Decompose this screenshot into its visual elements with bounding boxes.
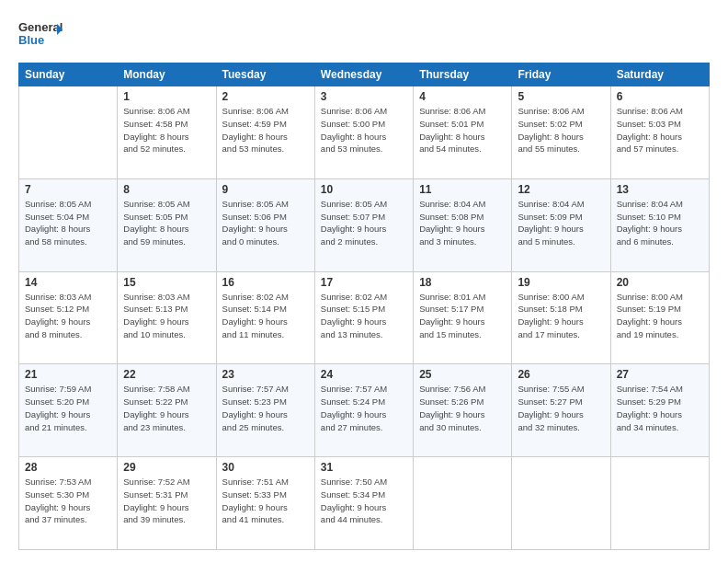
day-number: 5 <box>518 90 604 103</box>
day-info: Sunrise: 8:04 AMSunset: 5:10 PMDaylight:… <box>617 198 703 248</box>
calendar-cell: 14Sunrise: 8:03 AMSunset: 5:12 PMDayligh… <box>19 271 118 364</box>
calendar-cell: 25Sunrise: 7:56 AMSunset: 5:26 PMDayligh… <box>414 364 512 457</box>
calendar-cell: 9Sunrise: 8:05 AMSunset: 5:06 PMDaylight… <box>216 178 314 271</box>
day-number: 17 <box>321 276 407 289</box>
day-info: Sunrise: 7:53 AMSunset: 5:30 PMDaylight:… <box>25 476 111 526</box>
dow-cell: Saturday <box>610 63 709 86</box>
day-number: 22 <box>123 368 210 381</box>
calendar-cell: 11Sunrise: 8:04 AMSunset: 5:08 PMDayligh… <box>414 178 512 271</box>
calendar-cell <box>512 457 610 550</box>
calendar-cell: 4Sunrise: 8:06 AMSunset: 5:01 PMDaylight… <box>414 86 512 179</box>
day-info: Sunrise: 7:54 AMSunset: 5:29 PMDaylight:… <box>617 383 703 433</box>
day-number: 1 <box>123 90 210 103</box>
page: General Blue SundayMondayTuesdayWednesda… <box>0 0 728 563</box>
calendar-week: 1Sunrise: 8:06 AMSunset: 4:58 PMDaylight… <box>19 86 710 179</box>
day-info: Sunrise: 7:50 AMSunset: 5:34 PMDaylight:… <box>321 476 407 526</box>
calendar-cell: 6Sunrise: 8:06 AMSunset: 5:03 PMDaylight… <box>610 86 709 179</box>
calendar-cell: 27Sunrise: 7:54 AMSunset: 5:29 PMDayligh… <box>610 364 709 457</box>
day-number: 31 <box>321 461 407 474</box>
calendar-cell: 15Sunrise: 8:03 AMSunset: 5:13 PMDayligh… <box>118 271 216 364</box>
calendar-cell: 12Sunrise: 8:04 AMSunset: 5:09 PMDayligh… <box>512 178 610 271</box>
dow-cell: Friday <box>512 63 610 86</box>
calendar-cell: 7Sunrise: 8:05 AMSunset: 5:04 PMDaylight… <box>19 178 118 271</box>
day-of-week-header: SundayMondayTuesdayWednesdayThursdayFrid… <box>19 63 710 86</box>
calendar-cell: 5Sunrise: 8:06 AMSunset: 5:02 PMDaylight… <box>512 86 610 179</box>
calendar-cell <box>610 457 709 550</box>
day-number: 11 <box>419 183 506 196</box>
day-info: Sunrise: 7:55 AMSunset: 5:27 PMDaylight:… <box>518 383 604 433</box>
svg-text:Blue: Blue <box>18 33 44 47</box>
day-info: Sunrise: 8:06 AMSunset: 5:00 PMDaylight:… <box>321 105 407 155</box>
day-info: Sunrise: 8:03 AMSunset: 5:13 PMDaylight:… <box>123 291 210 341</box>
day-number: 14 <box>25 276 111 289</box>
day-info: Sunrise: 8:02 AMSunset: 5:15 PMDaylight:… <box>321 291 407 341</box>
day-number: 19 <box>518 276 604 289</box>
calendar-cell: 20Sunrise: 8:00 AMSunset: 5:19 PMDayligh… <box>610 271 709 364</box>
calendar-cell <box>414 457 512 550</box>
logo-icon: General Blue <box>18 17 63 50</box>
day-info: Sunrise: 8:00 AMSunset: 5:18 PMDaylight:… <box>518 291 604 341</box>
dow-cell: Tuesday <box>216 63 314 86</box>
day-info: Sunrise: 8:06 AMSunset: 4:59 PMDaylight:… <box>222 105 309 155</box>
calendar-cell: 29Sunrise: 7:52 AMSunset: 5:31 PMDayligh… <box>118 457 216 550</box>
day-info: Sunrise: 7:58 AMSunset: 5:22 PMDaylight:… <box>123 383 210 433</box>
day-info: Sunrise: 8:06 AMSunset: 5:03 PMDaylight:… <box>617 105 703 155</box>
day-number: 20 <box>617 276 703 289</box>
dow-cell: Monday <box>118 63 216 86</box>
day-info: Sunrise: 8:05 AMSunset: 5:07 PMDaylight:… <box>321 198 407 248</box>
calendar-cell: 1Sunrise: 8:06 AMSunset: 4:58 PMDaylight… <box>118 86 216 179</box>
calendar-cell: 30Sunrise: 7:51 AMSunset: 5:33 PMDayligh… <box>216 457 314 550</box>
day-number: 8 <box>123 183 210 196</box>
day-number: 24 <box>321 368 407 381</box>
dow-cell: Wednesday <box>314 63 413 86</box>
day-number: 26 <box>518 368 604 381</box>
calendar-cell: 24Sunrise: 7:57 AMSunset: 5:24 PMDayligh… <box>314 364 413 457</box>
svg-text:General: General <box>18 20 63 34</box>
day-info: Sunrise: 7:59 AMSunset: 5:20 PMDaylight:… <box>25 383 111 433</box>
calendar-cell: 3Sunrise: 8:06 AMSunset: 5:00 PMDaylight… <box>314 86 413 179</box>
calendar-cell: 16Sunrise: 8:02 AMSunset: 5:14 PMDayligh… <box>216 271 314 364</box>
day-number: 27 <box>617 368 703 381</box>
calendar-week: 21Sunrise: 7:59 AMSunset: 5:20 PMDayligh… <box>19 364 710 457</box>
day-number: 30 <box>222 461 309 474</box>
day-number: 4 <box>419 90 506 103</box>
day-info: Sunrise: 7:56 AMSunset: 5:26 PMDaylight:… <box>419 383 506 433</box>
day-info: Sunrise: 8:05 AMSunset: 5:04 PMDaylight:… <box>25 198 111 248</box>
calendar-cell: 26Sunrise: 7:55 AMSunset: 5:27 PMDayligh… <box>512 364 610 457</box>
calendar-week: 7Sunrise: 8:05 AMSunset: 5:04 PMDaylight… <box>19 178 710 271</box>
day-info: Sunrise: 8:06 AMSunset: 4:58 PMDaylight:… <box>123 105 210 155</box>
day-info: Sunrise: 7:57 AMSunset: 5:24 PMDaylight:… <box>321 383 407 433</box>
calendar-cell: 21Sunrise: 7:59 AMSunset: 5:20 PMDayligh… <box>19 364 118 457</box>
calendar-cell: 31Sunrise: 7:50 AMSunset: 5:34 PMDayligh… <box>314 457 413 550</box>
day-number: 12 <box>518 183 604 196</box>
day-number: 6 <box>617 90 703 103</box>
calendar-body: 1Sunrise: 8:06 AMSunset: 4:58 PMDaylight… <box>19 86 710 550</box>
day-number: 21 <box>25 368 111 381</box>
day-info: Sunrise: 8:04 AMSunset: 5:08 PMDaylight:… <box>419 198 506 248</box>
day-info: Sunrise: 8:00 AMSunset: 5:19 PMDaylight:… <box>617 291 703 341</box>
day-number: 2 <box>222 90 309 103</box>
calendar-cell: 18Sunrise: 8:01 AMSunset: 5:17 PMDayligh… <box>414 271 512 364</box>
day-info: Sunrise: 7:52 AMSunset: 5:31 PMDaylight:… <box>123 476 210 526</box>
calendar-cell: 8Sunrise: 8:05 AMSunset: 5:05 PMDaylight… <box>118 178 216 271</box>
day-number: 13 <box>617 183 703 196</box>
calendar-cell: 13Sunrise: 8:04 AMSunset: 5:10 PMDayligh… <box>610 178 709 271</box>
day-number: 9 <box>222 183 309 196</box>
calendar-cell: 22Sunrise: 7:58 AMSunset: 5:22 PMDayligh… <box>118 364 216 457</box>
calendar-cell: 10Sunrise: 8:05 AMSunset: 5:07 PMDayligh… <box>314 178 413 271</box>
day-number: 23 <box>222 368 309 381</box>
logo: General Blue <box>18 17 63 53</box>
day-number: 3 <box>321 90 407 103</box>
day-number: 15 <box>123 276 210 289</box>
day-info: Sunrise: 8:05 AMSunset: 5:05 PMDaylight:… <box>123 198 210 248</box>
day-info: Sunrise: 7:51 AMSunset: 5:33 PMDaylight:… <box>222 476 309 526</box>
day-number: 29 <box>123 461 210 474</box>
day-number: 25 <box>419 368 506 381</box>
day-info: Sunrise: 8:06 AMSunset: 5:01 PMDaylight:… <box>419 105 506 155</box>
day-info: Sunrise: 8:02 AMSunset: 5:14 PMDaylight:… <box>222 291 309 341</box>
calendar-table: SundayMondayTuesdayWednesdayThursdayFrid… <box>18 63 710 550</box>
day-number: 16 <box>222 276 309 289</box>
dow-cell: Sunday <box>19 63 118 86</box>
dow-cell: Thursday <box>414 63 512 86</box>
day-info: Sunrise: 8:04 AMSunset: 5:09 PMDaylight:… <box>518 198 604 248</box>
